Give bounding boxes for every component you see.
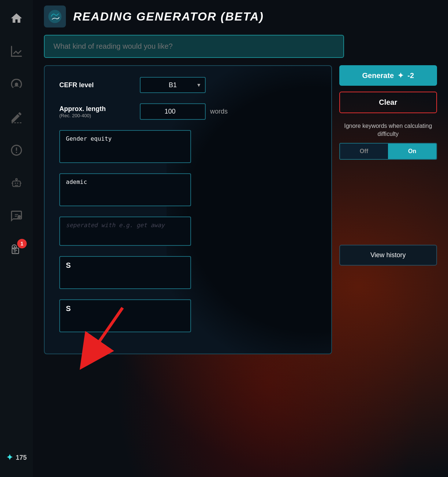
ignore-keywords-label: Ignore keywords when calculating difficu… [339, 122, 437, 138]
sidebar-item-robot[interactable] [5, 172, 27, 194]
topic1-input[interactable]: Gender equity [59, 130, 191, 163]
length-row: Approx. length (Rec. 200-400) 100 words [59, 103, 320, 120]
sidebar-item-history[interactable]: 1 [5, 238, 27, 260]
clear-button[interactable]: Clear [339, 92, 437, 113]
content-area: CEFR level A1 A2 B1 B2 C1 C2 ▼ Approx [44, 65, 437, 354]
field4-row: S [59, 256, 320, 289]
generate-label: Generate [362, 71, 394, 80]
keywords-row [59, 217, 320, 246]
svg-rect-3 [15, 183, 16, 184]
main-content: READING GENERATOR (BETA) What kind of re… [33, 0, 448, 477]
toggle-on-button[interactable]: On [388, 144, 436, 159]
field5-input[interactable]: S [59, 299, 191, 332]
clear-label: Clear [379, 98, 397, 106]
topic-input[interactable]: What kind of reading would you like? [44, 35, 344, 58]
topic1-row: Gender equity [59, 130, 320, 163]
sidebar-item-grid[interactable] [5, 139, 27, 161]
field5-row: S [59, 299, 320, 332]
view-history-label: View history [370, 251, 406, 259]
svg-rect-4 [17, 183, 18, 184]
page-title: READING GENERATOR (BETA) [73, 10, 264, 23]
field4-input[interactable]: S [59, 256, 191, 289]
right-panel: Generate ✦ -2 Clear Ignore keywords when… [339, 65, 437, 266]
sidebar: 1 ✦ 175 [0, 0, 33, 477]
length-input[interactable]: 100 [140, 103, 206, 120]
keywords-input[interactable] [59, 217, 191, 246]
sidebar-item-home[interactable] [5, 7, 27, 29]
sidebar-item-analytics[interactable] [5, 40, 27, 62]
view-history-button[interactable]: View history [339, 245, 437, 266]
notification-badge: 1 [17, 239, 27, 248]
credits-display: ✦ 175 [6, 453, 27, 470]
header: READING GENERATOR (BETA) [44, 0, 437, 35]
toggle-group: Off On [339, 143, 437, 160]
svg-point-0 [15, 83, 18, 86]
cefr-row: CEFR level A1 A2 B1 B2 C1 C2 ▼ [59, 77, 320, 93]
topic2-row: ademic [59, 173, 320, 206]
generate-icon: ✦ [397, 71, 404, 80]
header-icon [44, 5, 66, 27]
svg-point-7 [16, 178, 18, 180]
field4-text: S [66, 261, 71, 269]
cefr-select-wrapper: A1 A2 B1 B2 C1 C2 ▼ [140, 77, 206, 93]
credits-icon: ✦ [6, 453, 13, 462]
field5-text: S [66, 304, 71, 313]
spacer [339, 166, 437, 239]
sidebar-item-magic[interactable] [5, 73, 27, 95]
topic2-input[interactable]: ademic [59, 173, 191, 206]
svg-point-17 [48, 10, 61, 23]
form-panel: CEFR level A1 A2 B1 B2 C1 C2 ▼ Approx [44, 65, 332, 354]
sidebar-item-write[interactable] [5, 106, 27, 128]
length-label: Approx. length (Rec. 200-400) [59, 105, 140, 118]
credits-value: 175 [16, 454, 27, 462]
generate-credits: -2 [407, 71, 414, 80]
toggle-off-button[interactable]: Off [340, 144, 388, 159]
cefr-label: CEFR level [59, 81, 140, 89]
svg-point-10 [18, 215, 21, 218]
words-label: words [210, 108, 228, 115]
generate-button[interactable]: Generate ✦ -2 [339, 65, 437, 86]
sidebar-item-review[interactable] [5, 205, 27, 227]
ignore-keywords-section: Ignore keywords when calculating difficu… [339, 122, 437, 160]
cefr-select[interactable]: A1 A2 B1 B2 C1 C2 [140, 77, 206, 93]
